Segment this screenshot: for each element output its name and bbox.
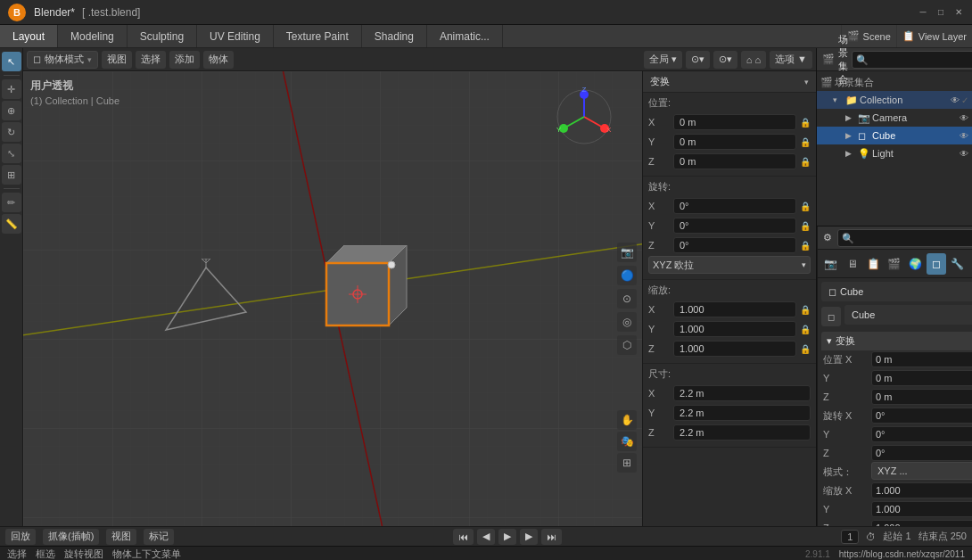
maximize-button[interactable]: □ [935,6,947,19]
scale-z-lock[interactable]: 🔒 [800,344,811,354]
tab-sculpting[interactable]: Sculpting [128,25,197,47]
rot-y-value[interactable]: 0° [673,218,796,234]
tab-animatic[interactable]: Animatic... [427,25,503,47]
pos-y-lock[interactable]: 🔒 [800,137,811,147]
select-menu-btn[interactable]: 选择 [136,51,166,69]
xyz-mode-dropdown[interactable]: XYZ 欧拉 ▾ [648,256,811,274]
scale-x-value[interactable]: 1.000 [673,301,796,317]
dim-y-value[interactable]: 2.2 m [673,405,811,421]
window-controls[interactable]: ─ □ ✕ [917,6,965,19]
scale-tool-btn[interactable]: ⤡ [2,144,21,163]
move-tool-btn[interactable]: ⊕ [2,101,21,120]
viewport-3d[interactable]: 用户透视 (1) Collection | Cube Z X Y [23,71,642,526]
rot-z-value[interactable]: 0° [673,237,796,253]
viewport-shading-icon[interactable]: ⬡ [617,335,637,355]
prop-pos-z-value[interactable]: 0 m [871,389,972,405]
options-btn[interactable]: 选项 ▼ [770,51,812,69]
dim-x-value[interactable]: 2.2 m [673,385,811,401]
outliner-light-item[interactable]: ▶ 💡 Light 👁 [817,144,972,162]
prop-scale-x-value[interactable]: 1.000 [871,482,972,498]
play-btn[interactable]: ▶ [498,529,516,545]
rot-x-value[interactable]: 0° [673,198,796,214]
prop-rot-y-value[interactable]: 0° [871,426,972,442]
object-name-field[interactable]: ◻ Cube ⤡ [821,282,972,301]
select-tool-btn[interactable]: ↖ [2,52,21,71]
mode-selector[interactable]: ◻ 物体模式 ▾ [27,51,98,69]
tab-texturepaint[interactable]: Texture Paint [274,25,362,47]
view-layer-props-btn[interactable]: 📋 [863,253,883,275]
global-local-btn[interactable]: 全局 ▾ [644,51,682,69]
prop-mode-dropdown[interactable]: XYZ ... ▾ [871,462,972,480]
dim-z-value[interactable]: 2.2 m [673,424,811,441]
outliner-collection-item[interactable]: ▾ 📁 Collection 👁 ✓ [817,91,972,109]
object-menu-btn[interactable]: 物体 [203,51,234,69]
current-frame[interactable]: 1 [841,530,859,544]
transform-tool-btn[interactable]: ⊞ [2,165,21,185]
tab-modeling[interactable]: Modeling [58,25,128,47]
playback-btn[interactable]: 回放 [5,529,36,545]
light-visible-icon[interactable]: 👁 [960,149,968,159]
tab-shading[interactable]: Shading [362,25,427,47]
render-props-btn[interactable]: 📷 [821,253,841,275]
minimize-button[interactable]: ─ [917,6,929,19]
prop-scale-z-value[interactable]: 1.000 [871,520,972,526]
viewport-camera-icon[interactable]: 📷 [617,243,637,262]
rot-z-lock[interactable]: 🔒 [800,241,811,251]
render-btn[interactable]: 抓像(插帧) [43,529,99,545]
jump-start-btn[interactable]: ⏮ [453,529,474,545]
prev-frame-btn[interactable]: ◀ [477,529,495,545]
pos-z-value[interactable]: 0 m [673,153,796,169]
scale-y-lock[interactable]: 🔒 [800,325,811,334]
collection-visible-icon[interactable]: 👁 [951,95,960,105]
prop-pos-y-value[interactable]: 0 m [871,370,972,386]
transform-panel-header[interactable]: 变换 ▾ [643,71,816,93]
select-mode-btn[interactable]: ⌂ ⌂ [741,51,766,69]
prop-scale-y-value[interactable]: 1.000 [871,501,972,517]
world-props-btn[interactable]: 🌍 [906,253,926,275]
proportional-btn[interactable]: ⊙▾ [713,51,737,69]
pos-z-lock[interactable]: 🔒 [800,157,811,167]
measure-btn[interactable]: 📏 [2,214,21,234]
next-frame-btn[interactable]: ▶ [520,529,538,545]
modifier-props-btn[interactable]: 🔧 [948,253,968,275]
output-props-btn[interactable]: 🖥 [843,253,862,275]
scale-y-value[interactable]: 1.000 [673,321,796,337]
viewport-fly-icon[interactable]: 🎭 [617,432,637,451]
mesh-name-field[interactable]: Cube [844,305,972,325]
scene-selector[interactable]: 🎬 Scene [841,25,896,47]
pos-y-value[interactable]: 0 m [673,134,796,150]
add-menu-btn[interactable]: 添加 [169,51,200,69]
jump-end-btn[interactable]: ⏭ [541,529,562,545]
viewport-render-icon[interactable]: 🔵 [617,266,637,285]
pos-x-lock[interactable]: 🔒 [800,118,811,128]
navigation-gizmo[interactable]: Z X Y [553,86,615,148]
collection-checkbox[interactable]: ✓ [961,95,968,105]
scale-x-lock[interactable]: 🔒 [800,305,811,315]
snap-btn[interactable]: ⊙▾ [686,51,710,69]
object-props-btn[interactable]: ◻ [927,253,946,275]
viewport-xray-icon[interactable]: ◎ [617,312,637,332]
scene-props-btn[interactable]: 🎬 [885,253,904,275]
tab-layout[interactable]: Layout [0,25,58,47]
tab-uvediting[interactable]: UV Editing [197,25,274,47]
properties-search-input[interactable] [837,229,972,247]
view-btn[interactable]: 视图 [106,529,136,545]
prop-pos-x-value[interactable]: 0 m [871,351,972,367]
viewport-overlay-icon[interactable]: ⊙ [617,289,637,309]
close-button[interactable]: ✕ [952,6,965,19]
prop-rot-z-value[interactable]: 0° [871,445,972,461]
viewport-grid-icon[interactable]: ⊞ [617,453,637,473]
transform-section-header[interactable]: ▾ 变换 [821,332,972,350]
cursor-tool-btn[interactable]: ✛ [2,79,21,99]
markers-btn[interactable]: 标记 [144,529,174,545]
pos-x-value[interactable]: 0 m [673,114,796,130]
prop-rot-x-value[interactable]: 0° [871,408,972,424]
rot-y-lock[interactable]: 🔒 [800,221,811,231]
rot-x-lock[interactable]: 🔒 [800,202,811,211]
outliner-camera-item[interactable]: ▶ 📷 Camera 👁 [817,109,972,127]
camera-visible-icon[interactable]: 👁 [960,113,968,123]
scale-z-value[interactable]: 1.000 [673,341,796,357]
cube-visible-icon[interactable]: 👁 [960,131,968,141]
rotate-tool-btn[interactable]: ↻ [2,122,21,142]
viewport-grab-icon[interactable]: ✋ [617,410,637,430]
